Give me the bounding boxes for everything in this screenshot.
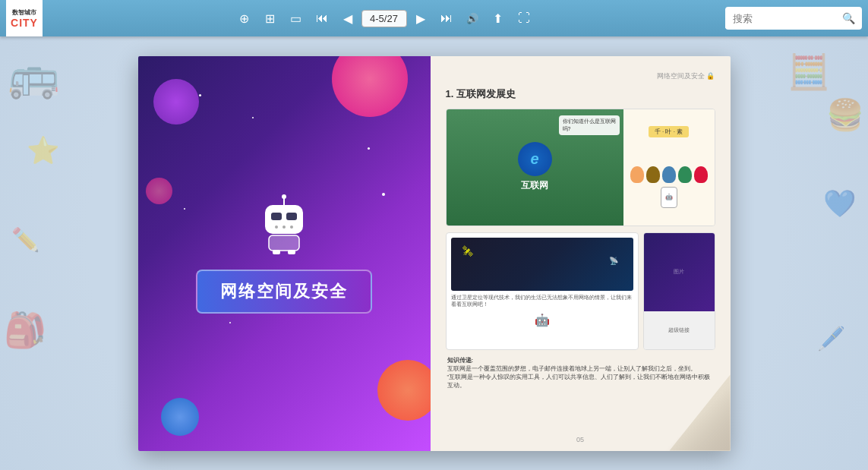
next-page-icon: ▶: [416, 11, 425, 26]
header-text: 网络空间及安全 🔒: [657, 71, 715, 81]
right-page: 网络空间及安全 🔒 1. 互联网发展史 e 互联网 你们知道什么是互联网吗?: [431, 56, 731, 451]
svg-point-1: [282, 194, 286, 199]
space-circle-4: [161, 398, 199, 436]
knowledge-title-text: 知识传递:: [447, 357, 474, 364]
logo: 数智城市 CITY: [6, 0, 43, 36]
classroom-sign: 千 · 叶 · 素: [649, 126, 689, 137]
ie-letter: e: [530, 150, 538, 168]
robot-svg: [250, 194, 318, 254]
svg-point-6: [282, 226, 286, 229]
space-circle-3: [377, 360, 431, 421]
panel-label: 超级链接: [668, 326, 690, 334]
svg-rect-4: [286, 213, 297, 220]
classroom-content: 🤖: [630, 160, 708, 208]
toolbar: 数智城市 CITY ⊕ ⊞ ▭ ⏮ ◀ 4-5/27 ▶ ⏭ 🔊 ⬆ ⛶ 🔍: [0, 0, 868, 36]
prev-page-button[interactable]: ◀: [336, 6, 360, 30]
search-icon: 🔍: [842, 12, 855, 24]
panel-robot: 🤖: [451, 313, 633, 327]
svg-rect-2: [265, 205, 303, 234]
star-1: [199, 94, 201, 96]
last-page-icon: ⏭: [440, 11, 453, 25]
svg-rect-9: [273, 250, 280, 254]
section-title-text: 互联网发展史: [456, 88, 516, 99]
ie-logo: e: [518, 142, 552, 176]
internet-label: 互联网: [521, 179, 548, 192]
comic-right-panel: 千 · 叶 · 素 🤖: [623, 109, 715, 226]
first-page-button[interactable]: ⏮: [310, 6, 334, 30]
satellite-icon: 🛰: [462, 245, 473, 257]
star-3: [368, 147, 370, 150]
star-7: [382, 193, 385, 196]
last-page-button[interactable]: ⏭: [434, 6, 459, 30]
book-container: 网络空间及安全 网络空间及安全 🔒 1. 互联网发展史 e 互联网: [138, 56, 731, 451]
svg-rect-10: [288, 250, 295, 254]
page-header: 网络空间及安全 🔒: [446, 71, 715, 81]
star-2: [252, 117, 254, 118]
curl-fold: [655, 360, 731, 451]
zoom-in-icon: ⊕: [239, 11, 249, 26]
grid-icon: ⊞: [265, 11, 275, 26]
share-icon: ⬆: [493, 11, 503, 26]
next-page-button[interactable]: ▶: [409, 6, 433, 30]
first-page-icon: ⏮: [316, 11, 328, 25]
section-number: 1.: [446, 88, 454, 99]
comic-panel: e 互联网 你们知道什么是互联网吗? 千 · 叶 · 素: [446, 109, 715, 226]
panel-robot-icon: 🤖: [535, 313, 550, 327]
classroom-scene: [630, 163, 708, 183]
star-6: [229, 322, 231, 323]
student-row: [630, 166, 708, 183]
teacher-robot: 🤖: [661, 187, 677, 208]
page-view-icon: ▭: [290, 11, 301, 26]
student-2: [646, 166, 660, 183]
fullscreen-button[interactable]: ⛶: [512, 6, 536, 30]
bubble-text: 你们知道什么是互联网吗?: [563, 118, 616, 131]
search-area: 🔍: [725, 7, 862, 30]
sound-button[interactable]: 🔊: [460, 6, 485, 30]
zoom-in-button[interactable]: ⊕: [232, 6, 257, 30]
panel-left: 🛰 📡 通过卫星定位等现代技术，我们的生活已无法想象不用网络的情景，让我们来看看…: [446, 232, 639, 350]
panel-right-bottom: 超级链接: [644, 311, 715, 349]
panel-right-image: 图片: [644, 233, 715, 311]
bottom-panels: 🛰 📡 通过卫星定位等现代技术，我们的生活已无法想象不用网络的情景，让我们来看看…: [446, 232, 715, 350]
svg-rect-8: [269, 235, 299, 251]
space-circle-5: [146, 178, 172, 204]
svg-rect-3: [271, 213, 282, 220]
student-1: [630, 166, 644, 183]
svg-point-7: [290, 226, 293, 229]
search-input[interactable]: [725, 9, 835, 28]
cover-title: 网络空间及安全: [220, 282, 348, 301]
grid-view-button[interactable]: ⊞: [258, 6, 282, 30]
logo-city-text: CITY: [11, 17, 38, 29]
student-3: [662, 166, 676, 183]
page-view-button[interactable]: ▭: [284, 6, 308, 30]
left-page-cover: 网络空间及安全: [138, 56, 431, 451]
page-number: 05: [576, 436, 584, 443]
page-curl: [655, 360, 731, 451]
fullscreen-icon: ⛶: [518, 11, 530, 25]
star-4: [184, 208, 185, 210]
student-5: [694, 166, 708, 183]
panel-img-placeholder: 图片: [674, 268, 684, 276]
search-button[interactable]: 🔍: [835, 7, 862, 30]
space-circle-1: [332, 56, 408, 117]
panel-space-scene: 🛰 📡: [451, 238, 633, 291]
sound-icon: 🔊: [466, 13, 478, 24]
comic-left-panel: e 互联网 你们知道什么是互联网吗?: [447, 109, 623, 226]
panel-description: 通过卫星定位等现代技术，我们的生活已无法想象不用网络的情景，让我们来看看互联网吧…: [451, 294, 633, 309]
prev-page-icon: ◀: [343, 11, 352, 26]
section-title: 1. 互联网发展史: [446, 87, 715, 101]
space-circle-2: [153, 79, 199, 125]
student-4: [678, 166, 692, 183]
speech-bubble: 你们知道什么是互联网吗?: [559, 115, 620, 135]
satellite-small: 📡: [609, 257, 618, 265]
logo-top-text: 数智城市: [12, 8, 36, 17]
svg-point-5: [275, 226, 278, 229]
share-button[interactable]: ⬆: [486, 6, 510, 30]
robot-container: 网络空间及安全: [196, 194, 372, 314]
main-content: 网络空间及安全 网络空间及安全 🔒 1. 互联网发展史 e 互联网: [0, 36, 868, 470]
panel-right: 图片 超级链接: [643, 232, 715, 350]
cover-title-box: 网络空间及安全: [196, 270, 372, 314]
page-indicator[interactable]: 4-5/27: [361, 10, 407, 27]
